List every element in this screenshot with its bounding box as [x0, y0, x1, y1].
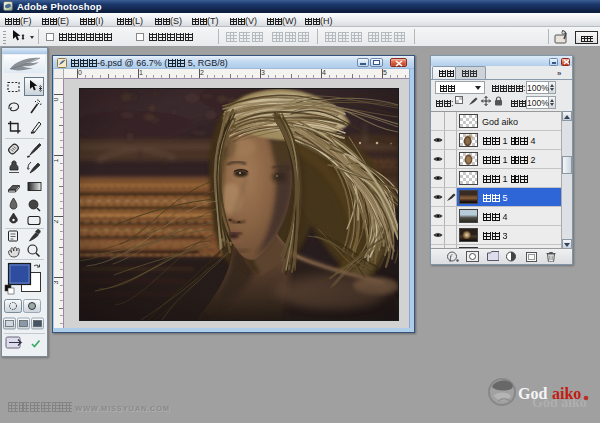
svg-text:God: God — [518, 385, 547, 402]
svg-text:aiko: aiko — [552, 385, 581, 402]
svg-text:f: f — [450, 253, 454, 262]
